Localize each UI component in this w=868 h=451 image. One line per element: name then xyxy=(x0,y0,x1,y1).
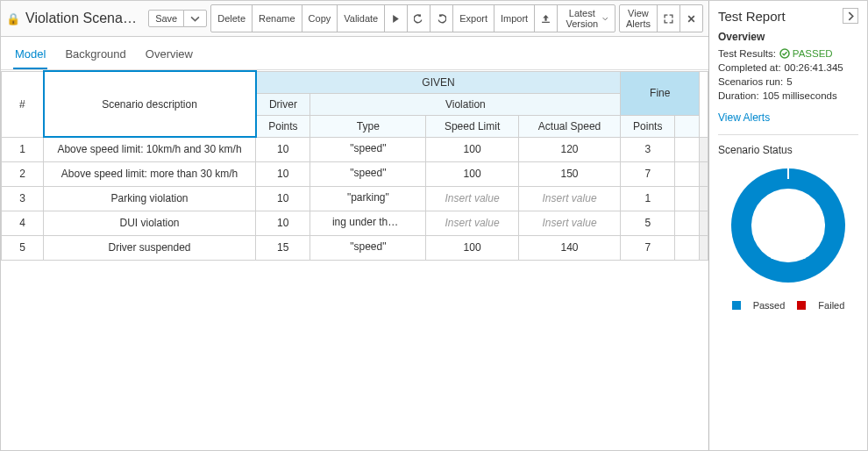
col-type[interactable]: Type xyxy=(310,115,426,137)
cell[interactable]: 15 xyxy=(256,235,310,260)
col-fine[interactable]: Fine xyxy=(621,71,700,115)
chart-legend: Passed Failed xyxy=(718,300,858,311)
cell[interactable]: Above speed limit: 10km/h and 30 km/h xyxy=(44,137,256,161)
cell[interactable] xyxy=(675,211,700,235)
cell[interactable]: Insert value xyxy=(518,186,621,211)
col-index: # xyxy=(2,71,44,137)
report-title: Test Report xyxy=(718,9,786,24)
col-extra[interactable] xyxy=(675,115,700,137)
table-row[interactable]: 1Above speed limit: 10km/h and 30 km/h10… xyxy=(2,137,708,161)
view-alerts-button[interactable]: View Alerts xyxy=(619,4,658,32)
tab-overview[interactable]: Overview xyxy=(144,44,195,69)
cell[interactable]: 100 xyxy=(426,235,518,260)
tab-model[interactable]: Model xyxy=(13,44,47,69)
table-row[interactable]: 4DUI violation10ing under the influeInse… xyxy=(2,211,708,235)
cell[interactable]: "parking" xyxy=(310,186,426,211)
cell[interactable]: Insert value xyxy=(518,211,621,235)
rename-button[interactable]: Rename xyxy=(252,4,302,32)
cell[interactable]: 3 xyxy=(621,137,675,161)
cell[interactable]: 10 xyxy=(256,211,310,235)
cell[interactable]: 120 xyxy=(518,137,621,161)
failed-swatch xyxy=(797,301,806,310)
tab-background[interactable]: Background xyxy=(63,44,127,69)
cell[interactable]: 10 xyxy=(256,186,310,211)
cell[interactable]: 5 xyxy=(2,235,44,260)
legend-failed: Failed xyxy=(818,300,844,311)
cell[interactable]: 3 xyxy=(2,186,44,211)
delete-button[interactable]: Delete xyxy=(210,4,253,32)
col-actual-speed[interactable]: Actual Speed xyxy=(518,115,621,137)
cell[interactable]: 100 xyxy=(426,161,518,186)
cell[interactable]: Driver suspended xyxy=(44,235,256,260)
undo-button[interactable] xyxy=(407,4,430,32)
save-button[interactable]: Save xyxy=(148,10,184,27)
col-points[interactable]: Points xyxy=(256,115,310,137)
cell[interactable]: "speed" xyxy=(310,235,426,260)
toolbar: 🔒 Violation Scenarios.scesim ... Save De… xyxy=(1,1,708,37)
col-driver[interactable]: Driver xyxy=(256,93,310,115)
cell[interactable]: 4 xyxy=(2,211,44,235)
cell[interactable]: 1 xyxy=(621,186,675,211)
divider xyxy=(718,134,858,135)
cell[interactable] xyxy=(675,235,700,260)
col-violation[interactable]: Violation xyxy=(310,93,621,115)
vscroll[interactable] xyxy=(700,71,708,137)
col-fine-points[interactable]: Points xyxy=(621,115,675,137)
cell[interactable]: 7 xyxy=(621,161,675,186)
export-button[interactable]: Export xyxy=(452,4,494,32)
cell[interactable]: 10 xyxy=(256,161,310,186)
cell[interactable]: 100 xyxy=(426,137,518,161)
vscroll[interactable] xyxy=(700,137,708,161)
overview-heading: Overview xyxy=(718,31,858,43)
collapse-panel-button[interactable] xyxy=(843,8,858,24)
grid-container[interactable]: # Scenario description GIVEN Fine Driver… xyxy=(1,70,708,450)
cell[interactable]: 2 xyxy=(2,161,44,186)
cell[interactable]: 1 xyxy=(2,137,44,161)
cell[interactable] xyxy=(675,137,700,161)
completed-label: Completed at: xyxy=(718,62,781,73)
cell[interactable]: Above speed limit: more than 30 km/h xyxy=(44,161,256,186)
expand-button[interactable] xyxy=(657,4,680,32)
duration-label: Duration: xyxy=(718,90,759,101)
cell[interactable]: 7 xyxy=(621,235,675,260)
scenario-grid: # Scenario description GIVEN Fine Driver… xyxy=(1,70,708,261)
cell[interactable]: Parking violation xyxy=(44,186,256,211)
duration-value: 105 milliseconds xyxy=(763,90,837,101)
redo-button[interactable] xyxy=(430,4,453,32)
run-button[interactable] xyxy=(384,4,408,32)
vscroll[interactable] xyxy=(700,235,708,260)
close-button[interactable] xyxy=(679,4,703,32)
cell[interactable] xyxy=(675,161,700,186)
check-circle-icon xyxy=(779,48,790,59)
donut-percent: 100.0% xyxy=(771,249,807,261)
cell[interactable]: "speed" xyxy=(310,137,426,161)
cell[interactable] xyxy=(675,186,700,211)
cell[interactable]: ing under the influe xyxy=(310,211,426,235)
scenarios-value: 5 xyxy=(786,76,792,87)
version-button[interactable]: Latest Version xyxy=(557,4,615,32)
cell[interactable]: "speed" xyxy=(310,161,426,186)
cell[interactable]: 150 xyxy=(518,161,621,186)
col-scenario-desc[interactable]: Scenario description xyxy=(44,71,256,137)
col-speed-limit[interactable]: Speed Limit xyxy=(426,115,518,137)
table-row[interactable]: 2Above speed limit: more than 30 km/h10"… xyxy=(2,161,708,186)
scenarios-label: Scenarios run: xyxy=(718,76,783,87)
import-button[interactable]: Import xyxy=(494,4,535,32)
vscroll[interactable] xyxy=(700,161,708,186)
copy-button[interactable]: Copy xyxy=(302,4,338,32)
save-dropdown[interactable] xyxy=(183,10,207,27)
table-row[interactable]: 3Parking violation10"parking"Insert valu… xyxy=(2,186,708,211)
cell[interactable]: 140 xyxy=(518,235,621,260)
vscroll[interactable] xyxy=(700,186,708,211)
upload-button[interactable] xyxy=(534,4,558,32)
col-given[interactable]: GIVEN xyxy=(256,71,621,93)
cell[interactable]: Insert value xyxy=(426,211,518,235)
table-row[interactable]: 5Driver suspended15"speed"1001407 xyxy=(2,235,708,260)
cell[interactable]: DUI violation xyxy=(44,211,256,235)
cell[interactable]: Insert value xyxy=(426,186,518,211)
cell[interactable]: 10 xyxy=(256,137,310,161)
vscroll[interactable] xyxy=(700,211,708,235)
cell[interactable]: 5 xyxy=(621,211,675,235)
view-alerts-link[interactable]: View Alerts xyxy=(718,111,858,124)
validate-button[interactable]: Validate xyxy=(337,4,385,32)
